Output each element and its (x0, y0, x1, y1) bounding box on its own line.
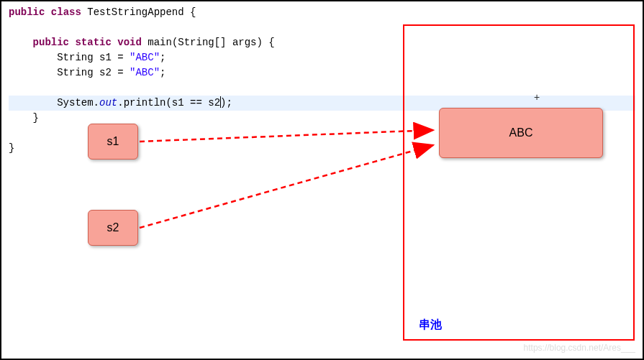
keyword: static (75, 37, 111, 48)
class-name: TestStringAppend { (81, 6, 196, 18)
string-pool-box (403, 24, 635, 341)
node-abc-label: ABC (509, 126, 533, 139)
text-cursor (220, 96, 221, 108)
node-abc: ABC (439, 108, 603, 158)
watermark: https://blog.csdn.net/Ares___ (524, 343, 635, 353)
string-literal: "ABC" (130, 52, 160, 63)
method-sig: main(String[] args) { (142, 37, 275, 48)
plus-icon: + (534, 91, 540, 103)
node-s1-label: s1 (107, 135, 119, 148)
arrow-s2-to-abc (140, 145, 433, 228)
keyword: public (33, 37, 69, 48)
node-s1: s1 (88, 124, 138, 160)
keyword: class (51, 6, 81, 18)
node-s2: s2 (88, 210, 138, 246)
keyword: void (117, 37, 142, 48)
code-line: public class TestStringAppend { (9, 5, 635, 20)
keyword: public (9, 6, 45, 18)
static-field: out (99, 97, 117, 109)
string-literal: "ABC" (130, 67, 160, 78)
node-s2-label: s2 (107, 221, 119, 234)
pool-label: 串池 (419, 318, 442, 333)
